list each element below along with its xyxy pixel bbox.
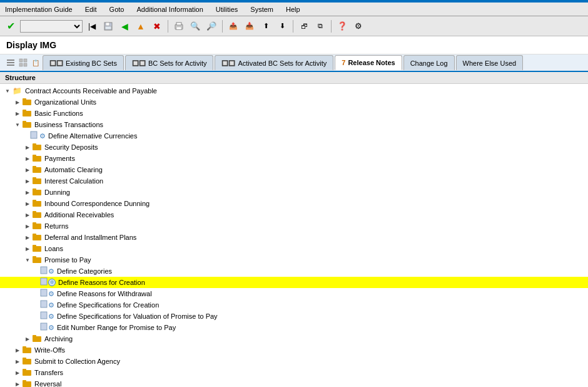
svg-rect-18: [23, 121, 26, 123]
tab-existing-bc-sets[interactable]: 🔲🔲 Existing BC Sets: [43, 55, 124, 70]
window-button[interactable]: 🗗: [297, 19, 311, 33]
node-label-root: Contract Accounts Receivable and Payable: [24, 87, 157, 95]
expand-org-units[interactable]: [13, 97, 23, 107]
bc-sets-icon: 🔲🔲: [49, 60, 63, 66]
tree-node-promise-to-pay[interactable]: Promise to Pay: [0, 254, 588, 266]
tab-change-log[interactable]: Change Log: [403, 55, 455, 70]
svg-rect-5: [176, 27, 181, 29]
tab-list-icon[interactable]: [5, 57, 16, 68]
find-next-button[interactable]: 🔎: [205, 19, 218, 33]
tree-node-define-specs-valuation[interactable]: ⚙ Define Specifications for Valuation of…: [0, 311, 588, 322]
menu-additional-information[interactable]: Additional Information: [134, 4, 205, 14]
svg-rect-53: [23, 358, 26, 360]
expand-transfers[interactable]: [13, 368, 23, 378]
tree-node-dunning[interactable]: Dunning: [0, 187, 588, 198]
expand-business-transactions[interactable]: [13, 120, 23, 130]
tab-activated-bc-sets[interactable]: 🔲🔲 Activated BC Sets for Activity: [215, 55, 333, 70]
expand-deferral[interactable]: [23, 232, 33, 242]
tab-where-else-used[interactable]: Where Else Used: [456, 55, 524, 70]
tree-node-reversal[interactable]: Reversal: [0, 378, 588, 387]
expand-security-deposits[interactable]: [23, 142, 33, 152]
page-alt-currencies-icon: [30, 131, 39, 141]
find-button[interactable]: 🔍: [188, 19, 202, 33]
tree-node-payments[interactable]: Payments: [0, 153, 588, 164]
expand-inbound-dunning[interactable]: [23, 199, 33, 209]
tree-node-returns[interactable]: Returns: [0, 220, 588, 232]
stop-button[interactable]: ✖: [150, 19, 164, 33]
tab-grid-icon[interactable]: [18, 57, 29, 68]
expand-submit-collection[interactable]: [13, 356, 23, 366]
tree-node-define-reasons-creation[interactable]: ⚙ Define Reasons for Creation: [0, 277, 588, 288]
collapse-button[interactable]: 📥: [243, 19, 256, 33]
tree-node-transfers[interactable]: Transfers: [0, 367, 588, 378]
expand-dunning[interactable]: [23, 187, 33, 197]
page-reasons-creation-icon: [40, 277, 48, 287]
expand-payments[interactable]: [23, 153, 33, 163]
node-label-define-specs-valuation: Define Specifications for Valuation of P…: [56, 312, 218, 320]
nav-first-button[interactable]: |◀: [85, 19, 99, 33]
tree-node-loans[interactable]: Loans: [0, 243, 588, 254]
expand-automatic-clearing[interactable]: [23, 165, 33, 175]
confirm-button[interactable]: ✔: [4, 19, 18, 33]
svg-rect-1: [106, 23, 109, 26]
tree-node-automatic-clearing[interactable]: Automatic Clearing: [0, 164, 588, 175]
expand-archiving[interactable]: [23, 334, 33, 344]
split-button[interactable]: ⧉: [313, 19, 327, 33]
tree-node-basic-functions[interactable]: Basic Functions: [0, 108, 588, 119]
expand-loans[interactable]: [23, 244, 33, 254]
node-label-security-deposits: Security Deposits: [43, 143, 98, 151]
page-reasons-withdrawal-icon: [40, 289, 48, 299]
tree-node-additional-receivables[interactable]: Additional Receivables: [0, 209, 588, 220]
tree-node-define-alt-currencies[interactable]: ⚙ Define Alternative Currencies: [0, 130, 588, 142]
menu-help[interactable]: Help: [283, 4, 303, 14]
tree-node-archiving[interactable]: Archiving: [0, 333, 588, 344]
back-button[interactable]: ◀: [118, 19, 131, 33]
down-button[interactable]: ⬇: [275, 19, 289, 33]
expand-interest-calculation[interactable]: [23, 176, 33, 186]
node-label-payments: Payments: [43, 155, 75, 162]
settings-button[interactable]: ⚙: [352, 19, 365, 33]
help-button[interactable]: ❓: [335, 19, 349, 33]
command-input[interactable]: [20, 20, 83, 33]
print-button[interactable]: [172, 19, 186, 33]
tree-node-interest-calculation[interactable]: Interest Calculation: [0, 175, 588, 187]
tree-node-org-units[interactable]: Organizational Units: [0, 96, 588, 108]
tree-node-define-categories[interactable]: ⚙ Define Categories: [0, 266, 588, 277]
tab-export-icon[interactable]: 📋: [30, 57, 41, 68]
save-button[interactable]: [101, 19, 115, 33]
expand-button[interactable]: 📤: [226, 19, 240, 33]
expand-reversal[interactable]: [13, 379, 23, 387]
tab-bc-sets-activity[interactable]: 🔲🔲 BC Sets for Activity: [125, 55, 214, 70]
menu-goto[interactable]: Goto: [107, 4, 127, 14]
expand-basic-functions[interactable]: [13, 108, 23, 118]
tree-node-inbound-correspondence-dunning[interactable]: Inbound Correspondence Dunning: [0, 198, 588, 209]
node-label-automatic-clearing: Automatic Clearing: [43, 166, 103, 173]
gear-reasons-withdrawal-icon: ⚙: [48, 290, 54, 298]
up-button[interactable]: ⬆: [259, 19, 273, 33]
expand-root[interactable]: [3, 86, 13, 96]
tree-node-submit-collection[interactable]: Submit to Collection Agency: [0, 356, 588, 367]
menu-implementation-guide[interactable]: Implementation Guide: [3, 4, 75, 14]
node-label-inbound-correspondence-dunning: Inbound Correspondence Dunning: [43, 200, 150, 207]
tree-node-define-specs-creation[interactable]: ⚙ Define Specifications for Creation: [0, 299, 588, 311]
tree-node-edit-number-range[interactable]: ⚙ Edit Number Range for Promise to Pay: [0, 322, 588, 333]
tree-node-business-transactions[interactable]: Business Transactions: [0, 119, 588, 130]
menu-edit[interactable]: Edit: [83, 4, 99, 14]
tab-release-notes[interactable]: 7 Release Notes: [335, 55, 402, 70]
tree-node-define-reasons-withdrawal[interactable]: ⚙ Define Reasons for Withdrawal: [0, 288, 588, 299]
node-label-write-offs: Write-Offs: [33, 346, 65, 354]
tab-bar: 📋 🔲🔲 Existing BC Sets 🔲🔲 BC Sets for Act…: [0, 54, 588, 72]
svg-rect-45: [41, 301, 47, 307]
expand-additional-receivables[interactable]: [23, 210, 33, 220]
tree-node-deferral-installment[interactable]: Deferral and Installment Plans: [0, 232, 588, 243]
tree-node-root[interactable]: 📁 Contract Accounts Receivable and Payab…: [0, 85, 588, 96]
menu-utilities[interactable]: Utilities: [213, 4, 240, 14]
menu-system[interactable]: System: [248, 4, 276, 14]
tree-node-security-deposits[interactable]: Security Deposits: [0, 142, 588, 153]
expand-returns[interactable]: [23, 221, 33, 231]
expand-write-offs[interactable]: [13, 345, 23, 355]
expand-promise-to-pay[interactable]: [23, 255, 33, 265]
separator-1: [168, 20, 168, 33]
forward-button[interactable]: ▲: [134, 19, 148, 33]
tree-node-write-offs[interactable]: Write-Offs: [0, 344, 588, 356]
